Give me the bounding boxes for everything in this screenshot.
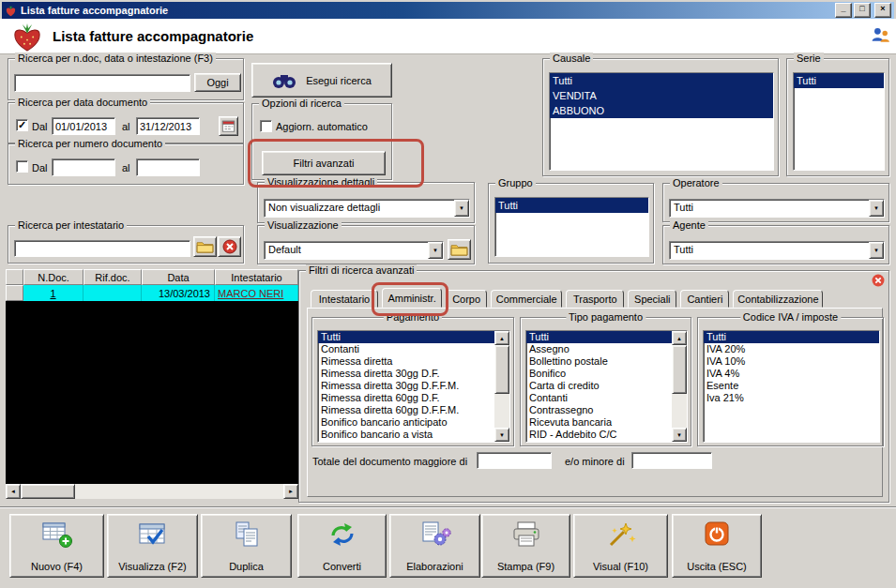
tipo-pagamento-scrollbar[interactable]: ▲ ▼ [672,331,687,442]
minimize-icon[interactable]: _ [835,3,852,18]
uscita-button[interactable]: Uscita (ESC) [672,514,762,578]
intestatario-link[interactable]: MARCO NERI [218,288,283,299]
column-header-rifdoc[interactable]: Rif.doc. [84,269,142,285]
list-item[interactable]: IVA 10% [704,355,879,368]
chevron-down-icon[interactable]: ▼ [869,200,884,217]
cell-data[interactable]: 13/03/2013 [142,285,215,301]
serie-listbox[interactable]: Tutti [793,72,885,171]
gruppo-listbox[interactable]: Tutti [494,197,649,257]
chevron-down-icon[interactable]: ▼ [428,242,443,259]
row-selector-header[interactable] [6,269,23,285]
list-item[interactable]: Tutti [794,73,884,88]
search-doc-input[interactable] [14,74,190,92]
scroll-down-icon[interactable]: ▼ [494,428,509,442]
list-item[interactable]: Rimessa diretta 60gg D.F.F.M. [318,404,494,416]
intestatario-input[interactable] [14,240,190,257]
calendar-button[interactable] [219,116,238,136]
list-item[interactable]: Rimessa diretta 60gg D.F. [318,392,494,404]
list-item[interactable]: Tutti [704,331,879,343]
clear-intestatario-button[interactable] [218,236,241,257]
list-item[interactable]: Tutti [526,331,672,343]
totale-maggiore-input[interactable] [477,452,552,469]
date-dal-checkbox[interactable]: ✓ [16,119,28,131]
list-item[interactable]: ABBUONO [550,103,773,118]
titlebar[interactable]: Lista fatture accompagnatorie _ □ × [2,2,894,19]
date-from-input[interactable] [52,117,115,135]
open-visualizzazione-button[interactable] [448,239,471,260]
list-item[interactable]: Bonifico bancario anticipato [318,416,494,429]
list-item[interactable]: Bonifico bancario a vista [318,429,494,441]
list-item[interactable]: Rimessa diretta [318,355,494,368]
list-item[interactable]: Rimessa diretta 30gg D.F.F.M. [318,380,494,392]
scroll-up-icon[interactable]: ▲ [672,331,687,345]
table-hscrollbar[interactable]: ◄ ► [6,484,298,499]
list-item[interactable]: Contrassegno [526,404,672,416]
list-item[interactable]: Rimessa diretta 30gg D.F. [318,368,494,380]
list-item[interactable]: Esente [704,380,879,392]
tab-cantieri[interactable]: Cantieri [680,290,729,308]
tab-commerciale[interactable]: Commerciale [491,290,562,308]
row-selector-cell[interactable] [6,285,23,301]
aggiorn-automatico-checkbox[interactable] [260,120,272,132]
scroll-up-icon[interactable]: ▲ [494,331,509,345]
close-filters-button[interactable] [872,274,886,288]
table-row[interactable]: 1 13/03/2013 MARCO NERI [6,285,298,301]
list-item[interactable]: Bollettino postale [526,355,672,368]
list-item[interactable]: Contanti [318,343,494,355]
cell-ndoc[interactable]: 1 [23,285,84,301]
oggi-button[interactable]: Oggi [194,73,241,92]
chevron-down-icon[interactable]: ▼ [869,242,884,259]
tab-intestatario[interactable]: Intestatario [311,290,378,308]
visual-button[interactable]: Visual (F10) [573,514,668,578]
list-item[interactable]: Bonifico [526,368,672,380]
column-header-intestatario[interactable]: Intestatario [215,269,298,285]
operatore-dropdown[interactable]: Tutti ▼ [669,199,885,218]
chevron-down-icon[interactable]: ▼ [454,200,469,217]
tab-contabilizzazione[interactable]: Contabilizzazione [733,290,823,308]
list-item[interactable]: RID - Addebito C/C [526,429,672,441]
elaborazioni-button[interactable]: Elaborazioni [389,514,480,578]
tab-trasporto[interactable]: Trasporto [566,290,624,308]
list-item[interactable]: Ricevuta bancaria [526,416,672,429]
maximize-icon[interactable]: □ [854,3,871,18]
hscrollbar-thumb[interactable] [21,484,75,499]
pagamento-scrollbar[interactable]: ▲ ▼ [494,331,509,442]
close-icon[interactable]: × [874,3,891,18]
scroll-right-icon[interactable]: ► [283,484,298,499]
visualizzazione-dropdown[interactable]: Default ▼ [264,241,444,260]
column-header-ndoc[interactable]: N.Doc. [23,269,84,285]
list-item[interactable]: Tutti [318,331,494,343]
filtri-avanzati-button[interactable]: Filtri avanzati [262,151,386,175]
duplica-button[interactable]: Duplica [201,514,292,578]
vscrollbar-thumb[interactable] [672,345,687,394]
num-from-input[interactable] [52,158,115,176]
nuovo-button[interactable]: Nuovo (F4) [9,514,104,578]
column-header-data[interactable]: Data [142,269,215,285]
scroll-down-icon[interactable]: ▼ [672,428,687,442]
tipo-pagamento-listbox[interactable]: Tutti Assegno Bollettino postale Bonific… [525,330,688,443]
list-item[interactable]: Contanti [526,392,672,404]
tab-amministr[interactable]: Amministr. [382,288,442,308]
users-icon[interactable] [870,24,891,46]
list-item[interactable]: Iva 21% [704,392,879,404]
causale-listbox[interactable]: Tutti VENDITA ABBUONO [549,72,774,171]
date-to-input[interactable] [136,117,200,135]
tab-corpo[interactable]: Corpo [446,290,487,308]
list-item[interactable]: Assegno [526,343,672,355]
open-intestatario-button[interactable] [193,236,217,257]
converti-button[interactable]: Converti [297,514,387,578]
num-to-input[interactable] [136,158,200,176]
scroll-left-icon[interactable]: ◄ [6,484,21,499]
pagamento-listbox[interactable]: Tutti Contanti Rimessa diretta Rimessa d… [317,330,510,443]
cell-intestatario[interactable]: MARCO NERI [215,285,298,301]
list-item[interactable]: VENDITA [550,88,773,103]
list-item[interactable]: IVA 4% [704,368,879,380]
list-item[interactable]: IVA 20% [704,343,879,355]
esegui-ricerca-button[interactable]: Esegui ricerca [251,63,392,98]
doc-number-link[interactable]: 1 [50,288,55,299]
list-item[interactable]: Tutti [550,73,773,88]
cell-rifdoc[interactable] [84,285,142,301]
list-item[interactable]: Carta di credito [526,380,672,392]
dettagli-dropdown[interactable]: Non visualizzare dettagli ▼ [264,199,470,218]
stampa-button[interactable]: Stampa (F9) [481,514,570,578]
